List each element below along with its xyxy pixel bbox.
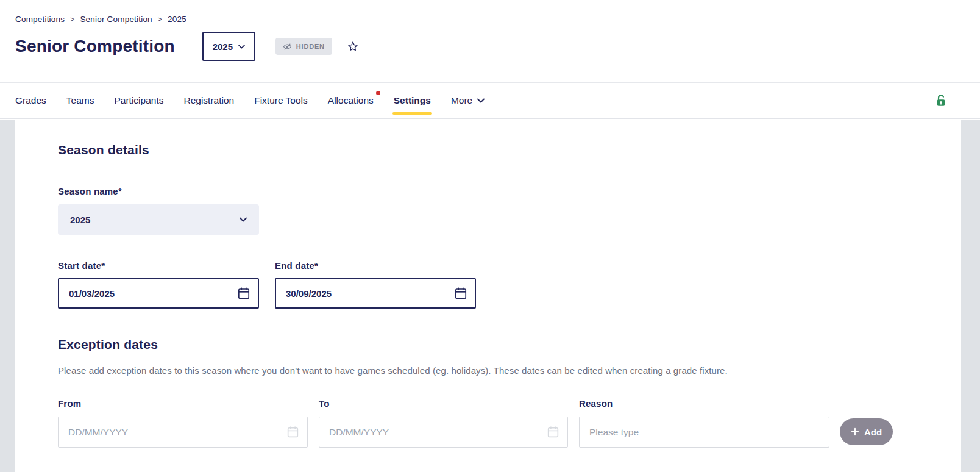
breadcrumb-2025[interactable]: 2025: [168, 15, 186, 24]
from-label: From: [58, 398, 308, 409]
tab-registration[interactable]: Registration: [183, 83, 234, 118]
exception-dates-form-row: From To: [58, 398, 918, 448]
tab-more[interactable]: More: [451, 83, 485, 118]
season-dates-row: Start date* End date*: [58, 260, 918, 309]
page-title: Senior Competition: [15, 37, 175, 56]
to-date-input[interactable]: [319, 417, 568, 448]
plus-icon: [851, 427, 859, 436]
reason-label: Reason: [579, 398, 829, 409]
competition-nav: Grades Teams Participants Registration F…: [0, 82, 980, 119]
breadcrumb-senior-competition[interactable]: Senior Competition: [80, 15, 152, 24]
breadcrumb-competitions[interactable]: Competitions: [15, 15, 65, 24]
tab-allocations[interactable]: Allocations: [328, 83, 374, 118]
add-button-label: Add: [864, 427, 882, 437]
tab-participants[interactable]: Participants: [115, 83, 164, 118]
reason-field: Reason: [579, 398, 829, 448]
lock-open-icon: [935, 93, 947, 108]
start-date-label: Start date*: [58, 260, 259, 271]
chevron-down-icon: [238, 45, 245, 49]
exception-dates-description: Please add exception dates to this seaso…: [58, 365, 918, 376]
breadcrumb-separator: >: [70, 15, 74, 24]
tab-grades[interactable]: Grades: [15, 83, 46, 118]
chevron-down-icon: [240, 217, 247, 222]
season-selector-label: 2025: [213, 41, 233, 52]
start-date-field: Start date*: [58, 260, 259, 309]
season-details-heading: Season details: [58, 143, 918, 157]
end-date-input[interactable]: [275, 278, 476, 309]
breadcrumb-separator: >: [158, 15, 162, 24]
hidden-badge-label: HIDDEN: [296, 43, 325, 50]
season-selector-button[interactable]: 2025: [202, 32, 255, 61]
breadcrumb: Competitions > Senior Competition > 2025: [15, 15, 186, 24]
page-header: Competitions > Senior Competition > 2025…: [0, 0, 980, 82]
season-name-label: Season name*: [58, 186, 918, 196]
title-row: Senior Competition 2025 HIDDEN: [15, 32, 358, 61]
end-date-field: End date*: [275, 260, 476, 309]
exception-dates-heading: Exception dates: [58, 337, 918, 352]
season-name-value: 2025: [70, 215, 90, 225]
season-name-select[interactable]: 2025: [58, 204, 259, 235]
to-label: To: [319, 398, 568, 409]
reason-input[interactable]: [579, 417, 829, 448]
nav-tabs: Grades Teams Participants Registration F…: [15, 83, 485, 118]
chevron-down-icon: [477, 98, 485, 103]
settings-card: Season details Season name* 2025 Start d…: [15, 120, 961, 472]
end-date-label: End date*: [275, 260, 476, 271]
start-date-input[interactable]: [58, 278, 259, 309]
tab-fixture-tools[interactable]: Fixture Tools: [254, 83, 308, 118]
competition-settings-page: Competitions > Senior Competition > 2025…: [0, 0, 980, 472]
from-date-input[interactable]: [58, 417, 308, 448]
content-background: Season details Season name* 2025 Start d…: [0, 120, 980, 472]
hidden-status-badge: HIDDEN: [275, 38, 332, 55]
eye-off-icon: [283, 42, 292, 51]
add-exception-date-button[interactable]: Add: [840, 418, 893, 445]
alert-dot: [376, 91, 380, 95]
tab-teams[interactable]: Teams: [66, 83, 94, 118]
favourite-star-icon[interactable]: [347, 41, 358, 52]
from-field: From: [58, 398, 308, 448]
tab-settings[interactable]: Settings: [394, 83, 431, 118]
to-field: To: [319, 398, 568, 448]
